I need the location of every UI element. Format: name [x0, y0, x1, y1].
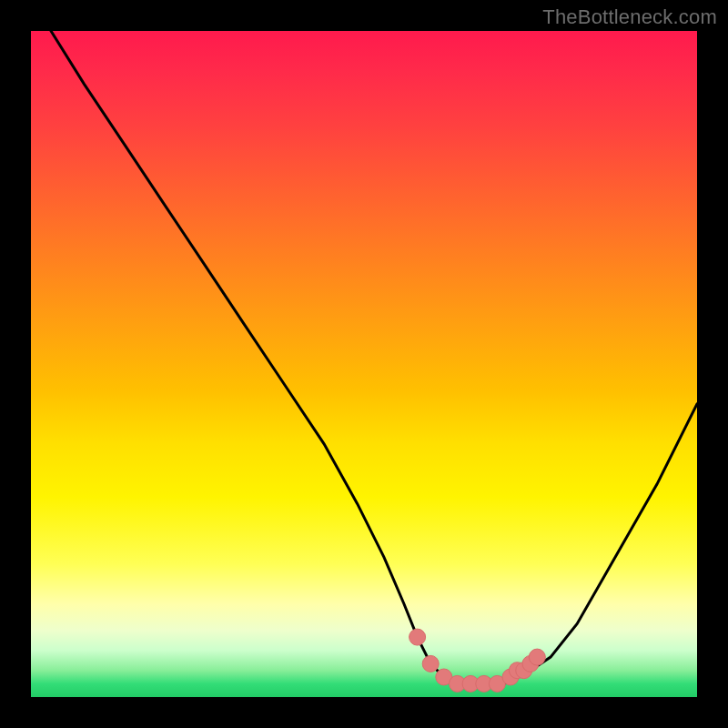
chart-frame: TheBottleneck.com	[0, 0, 728, 728]
plot-area	[31, 31, 697, 697]
curve-marker	[529, 649, 545, 665]
curve-markers-group	[410, 629, 546, 692]
bottleneck-curve-svg	[31, 31, 697, 697]
watermark-text: TheBottleneck.com	[542, 5, 717, 29]
bottleneck-curve-line	[51, 31, 697, 683]
curve-marker	[410, 629, 426, 645]
curve-marker	[422, 655, 439, 672]
